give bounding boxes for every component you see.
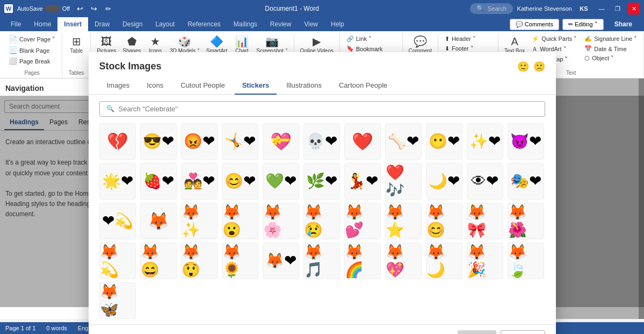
sticker-item[interactable]: ❤💫 — [99, 203, 136, 239]
table-btn[interactable]: ⊞ Table — [66, 34, 87, 55]
sticker-item[interactable]: 😎❤ — [140, 123, 177, 160]
page-break-btn[interactable]: ⬜ Page Break — [5, 56, 59, 66]
sticker-item[interactable]: 💀❤ — [303, 123, 340, 160]
close-btn[interactable]: ✕ — [628, 3, 640, 15]
sticker-item[interactable]: 🦊😲 — [181, 243, 218, 279]
signature-line-btn[interactable]: ✍ Signature Line ˅ — [581, 34, 640, 44]
sticker-item[interactable]: ✨❤ — [467, 123, 503, 160]
sticker-item[interactable]: 🦊🍃 — [508, 243, 544, 279]
sticker-item[interactable]: 🦊❤ — [263, 243, 299, 279]
search-box[interactable]: 🔍 Search — [470, 3, 513, 14]
sticker-item[interactable]: 🦊🦋 — [99, 282, 136, 319]
stock-images-modal: Stock Images 🙂 🙁 Images Icons Cutout Peo… — [89, 52, 556, 335]
insert-btn[interactable]: Insert — [458, 330, 497, 335]
modal-tab-cartoon-people[interactable]: Cartoon People — [331, 77, 395, 95]
sticker-item[interactable]: ❤️🎶 — [385, 163, 422, 200]
sticker-item[interactable]: 🦊💫 — [99, 243, 136, 279]
editing-btn[interactable]: ✏ Editing ˅ — [562, 19, 604, 30]
object-btn[interactable]: ⬡ Object ˅ — [581, 54, 640, 63]
undo-redo-group: ↩ ↪ ✏ — [74, 3, 114, 15]
tab-draw[interactable]: Draw — [88, 17, 116, 31]
tab-help[interactable]: Help — [324, 17, 351, 31]
tab-review[interactable]: Review — [264, 17, 298, 31]
sticker-item[interactable]: 🦊💕 — [344, 203, 381, 239]
sticker-item[interactable]: 🦊🌈 — [344, 243, 381, 279]
sticker-item[interactable]: ❤️ — [344, 123, 381, 160]
sticker-item[interactable]: 💔 — [99, 123, 136, 160]
modal-tab-cutout-people[interactable]: Cutout People — [173, 77, 232, 95]
bookmark-icon: 🔖 — [346, 45, 354, 52]
modal-tab-icons[interactable]: Icons — [139, 77, 171, 95]
shapes-icon: ⬟ — [127, 36, 136, 47]
sticker-item[interactable]: 🍓❤ — [140, 163, 177, 200]
minimize-btn[interactable]: — — [596, 3, 607, 15]
chart-icon: 📊 — [235, 36, 249, 47]
sticker-item[interactable]: 💑❤ — [181, 163, 218, 200]
sticker-item[interactable]: 🦊🎉 — [467, 243, 503, 279]
comments-btn[interactable]: 💬 Comments — [510, 19, 559, 30]
sticker-item[interactable]: 🦊🎀 — [467, 203, 503, 239]
tab-insert[interactable]: Insert — [57, 17, 88, 31]
modal-tab-illustrations[interactable]: Illustrations — [279, 77, 329, 95]
blank-page-btn[interactable]: 📃 Blank Page — [5, 45, 59, 55]
sticker-item[interactable]: 🦊😢 — [303, 203, 340, 239]
sticker-item[interactable]: 🌟❤ — [99, 163, 136, 200]
header-btn[interactable]: ⬆ Header ˅ — [442, 34, 495, 44]
title-bar: W AutoSave Off ↩ ↪ ✏ Document1 - Word 🔍 … — [0, 0, 644, 17]
modal-search-box: 🔍 — [99, 101, 545, 117]
sticker-item[interactable]: 🦊🌙 — [426, 243, 462, 279]
tab-layout[interactable]: Layout — [149, 17, 181, 31]
sticker-item[interactable]: 🌙❤ — [426, 163, 462, 200]
sticker-item[interactable]: 🦊✨ — [181, 203, 218, 239]
sticker-item[interactable]: 👁❤ — [467, 163, 503, 200]
link-btn[interactable]: 🔗 Link ˅ — [343, 34, 399, 44]
cover-page-btn[interactable]: 📄 Cover Page ˅ — [5, 34, 59, 45]
ribbon-tabs: File Home Insert Draw Design Layout Refe… — [0, 17, 505, 31]
sticker-item[interactable]: 🎭❤ — [508, 163, 544, 200]
quick-parts-icon: ⚡ — [532, 35, 539, 42]
tab-home[interactable]: Home — [27, 17, 57, 31]
modal-tab-images[interactable]: Images — [99, 77, 138, 95]
title-bar-right: 🔍 Search Katherine Stevenson KS — ❐ ✕ — [470, 1, 640, 16]
sticker-item[interactable]: 🦊🌺 — [508, 203, 544, 239]
sticker-item[interactable]: 🦊🌸 — [263, 203, 299, 239]
pictures-icon: 🖼 — [101, 36, 112, 47]
sticker-item[interactable]: 💚❤ — [263, 163, 299, 200]
tab-design[interactable]: Design — [116, 17, 149, 31]
sticker-item[interactable]: 😶❤ — [426, 123, 462, 160]
sticker-item[interactable]: 😡❤ — [181, 123, 218, 160]
share-btn[interactable]: Share — [607, 18, 640, 30]
autosave-toggle-btn[interactable] — [45, 5, 60, 12]
date-time-btn[interactable]: 📅 Date & Time — [581, 44, 640, 53]
tab-view[interactable]: View — [298, 17, 324, 31]
sticker-item[interactable]: 🦊🎵 — [303, 243, 340, 279]
sticker-item[interactable]: 🦊😊 — [426, 203, 462, 239]
sticker-item[interactable]: 🌿❤ — [303, 163, 340, 200]
maximize-btn[interactable]: ❐ — [612, 3, 624, 15]
tab-mailings[interactable]: Mailings — [227, 17, 264, 31]
sticker-item[interactable]: 🦊🌻 — [222, 243, 258, 279]
cancel-btn[interactable]: Cancel — [501, 330, 545, 335]
sticker-item[interactable]: 💃❤ — [344, 163, 381, 200]
sticker-item[interactable]: 🦊😄 — [140, 243, 177, 279]
autosave-toggle[interactable]: AutoSave Off — [17, 5, 70, 12]
sticker-item[interactable]: 😈❤ — [508, 123, 544, 160]
sticker-item[interactable]: 🦊⭐ — [385, 203, 422, 239]
sticker-item[interactable]: 😊❤ — [222, 163, 258, 200]
ribbon-top-bar: File Home Insert Draw Design Layout Refe… — [0, 17, 644, 31]
sticker-item[interactable]: 💝 — [263, 123, 299, 160]
sticker-item[interactable]: 🦊 — [140, 203, 177, 239]
quick-parts-btn[interactable]: ⚡ Quick Parts ˅ — [529, 34, 580, 44]
format-painter-btn[interactable]: ✏ — [102, 3, 114, 15]
tab-file[interactable]: File — [4, 17, 27, 31]
sticker-item[interactable]: 🦊😮 — [222, 203, 258, 239]
sticker-item[interactable]: 🦊💖 — [385, 243, 422, 279]
sticker-item[interactable]: 🦴❤ — [385, 123, 422, 160]
modal-title: Stock Images — [99, 61, 162, 72]
modal-tab-stickers[interactable]: Stickers — [235, 77, 277, 95]
modal-search-input[interactable] — [119, 105, 538, 113]
tab-references[interactable]: References — [181, 17, 227, 31]
sticker-item[interactable]: 🤸❤ — [222, 123, 258, 160]
undo-btn[interactable]: ↩ — [74, 3, 86, 15]
redo-btn[interactable]: ↪ — [88, 3, 100, 15]
